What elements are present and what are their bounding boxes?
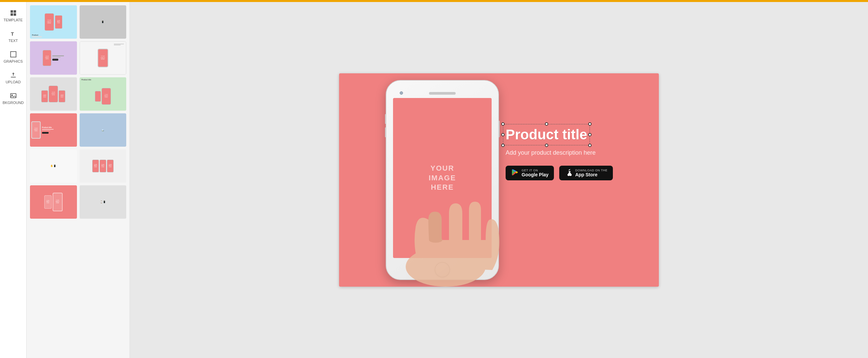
upload-icon <box>10 71 17 79</box>
svg-rect-2 <box>10 13 13 16</box>
handle-top-right[interactable] <box>588 122 592 126</box>
app-store-sublabel: Download on the <box>575 169 608 172</box>
phone-speaker <box>429 92 456 95</box>
thumb1-product-label: Product <box>32 34 38 36</box>
svg-rect-1 <box>13 10 16 13</box>
template-thumb-7[interactable]: YOURIMAGEHERE Product title <box>30 113 77 147</box>
template-thumb-9[interactable]: ✋📱 <box>30 149 77 183</box>
app-store-namelabel: App Store <box>575 172 608 177</box>
product-description-text[interactable]: Add your product description here <box>506 149 639 156</box>
template-thumb-10[interactable]: YOURIMAGEHERE YOURIMAGEHERE YOURIMAGEHER… <box>80 149 127 183</box>
template-panel: YOURIMAGEHERE YOURIMAGEHERE Product 📱 <box>27 2 130 358</box>
template-thumb-3[interactable]: YOURIMAGEHERE <box>30 41 77 74</box>
sidebar-item-background[interactable]: BKGROUND <box>0 88 26 109</box>
svg-rect-3 <box>13 13 16 16</box>
text-icon: T <box>10 30 17 37</box>
template-thumb-6[interactable]: Product title YOURIMAGEHERE <box>80 77 127 111</box>
app-store-buttons: GET IT ON Google Play Download on <box>506 166 639 180</box>
phone-vol-up-button <box>385 114 386 124</box>
handle-middle-right[interactable] <box>588 133 592 136</box>
sidebar-item-template[interactable]: TEMPLATE <box>0 5 26 26</box>
main-canvas[interactable]: YOUR IMAGE HERE <box>339 73 659 287</box>
svg-rect-6 <box>11 77 16 78</box>
svg-rect-0 <box>10 10 13 13</box>
template-thumb-11[interactable]: YOURIMAGEHERE YOURIMAGEHERE <box>30 185 77 219</box>
google-play-sublabel: GET IT ON <box>522 169 549 172</box>
app-store-button[interactable]: Download on the App Store <box>559 166 613 180</box>
template-thumb-8[interactable]: 🏔️ <box>80 113 127 147</box>
hand-svg <box>382 173 509 287</box>
phone-power-button <box>498 121 500 137</box>
google-play-text: GET IT ON Google Play <box>522 169 549 177</box>
canvas-text-content: Product title Add your product descripti… <box>506 127 639 180</box>
svg-text:T: T <box>11 31 14 37</box>
template-thumb-4[interactable]: YOURIMAGEHERE <box>80 41 127 74</box>
google-play-icon <box>511 168 519 178</box>
handle-top-center[interactable] <box>545 122 548 126</box>
sidebar-item-graphics[interactable]: GRAPHICS <box>0 47 26 67</box>
app-container: TEMPLATE T TEXT GRAPHICS UPLOAD <box>0 2 868 358</box>
template-grid: YOURIMAGEHERE YOURIMAGEHERE Product 📱 <box>30 5 126 219</box>
google-play-button[interactable]: GET IT ON Google Play <box>506 166 554 180</box>
sidebar-item-upload[interactable]: UPLOAD <box>0 67 26 88</box>
template-thumb-5[interactable]: YOURIMAGEHERE YOURIMAGEHERE YOURIMAGEHER… <box>30 77 77 111</box>
sidebar-graphics-label: GRAPHICS <box>4 59 23 63</box>
apple-icon <box>564 168 572 178</box>
sidebar-item-text[interactable]: T TEXT <box>0 26 26 47</box>
template-thumb-2[interactable]: 📱 <box>80 5 127 39</box>
handle-bottom-center[interactable] <box>545 144 548 147</box>
phone-vol-down-button <box>385 127 386 137</box>
sidebar-background-label: BKGROUND <box>3 101 24 105</box>
product-title-text[interactable]: Product title <box>506 127 587 143</box>
sidebar-template-label: TEMPLATE <box>4 18 23 22</box>
phone-camera <box>400 91 403 95</box>
sidebar-upload-label: UPLOAD <box>6 80 21 84</box>
image-icon <box>10 92 17 99</box>
app-store-text: Download on the App Store <box>575 169 608 177</box>
template-thumb-12[interactable]: ⌚📱 <box>80 185 127 219</box>
svg-rect-5 <box>10 52 16 57</box>
handle-bottom-right[interactable] <box>588 144 592 147</box>
grid-icon <box>10 9 17 17</box>
square-icon <box>10 51 17 58</box>
sidebar: TEMPLATE T TEXT GRAPHICS UPLOAD <box>0 2 27 358</box>
sidebar-text-label: TEXT <box>8 39 18 43</box>
google-play-storelabel: Google Play <box>522 172 549 177</box>
template-thumb-1[interactable]: YOURIMAGEHERE YOURIMAGEHERE Product <box>30 5 77 39</box>
svg-point-10 <box>429 237 442 243</box>
canvas-area: YOUR IMAGE HERE <box>130 2 868 358</box>
